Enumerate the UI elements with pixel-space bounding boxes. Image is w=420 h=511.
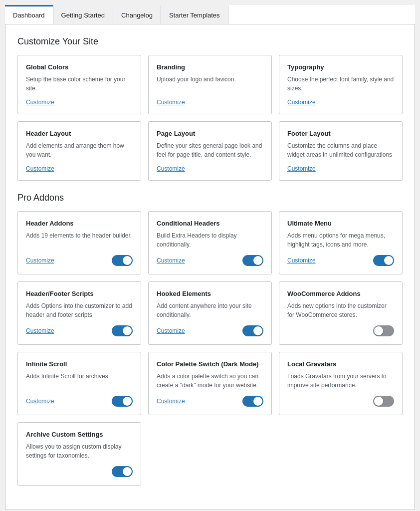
card-color-palette-switch-link[interactable]: Customize bbox=[157, 398, 185, 405]
card-header-layout-footer: Customize bbox=[26, 165, 133, 172]
card-local-gravatars: Local Gravatars Loads Gravatars from you… bbox=[279, 352, 403, 415]
tab-starter-templates[interactable]: Starter Templates bbox=[161, 5, 228, 24]
card-local-gravatars-toggle[interactable] bbox=[373, 396, 394, 407]
card-global-colors-link[interactable]: Customize bbox=[26, 99, 54, 106]
card-color-palette-switch-toggle[interactable] bbox=[242, 396, 263, 407]
card-infinite-scroll: Infinite Scroll Adds Infinite Scroll for… bbox=[17, 352, 141, 415]
card-footer-layout-desc: Customize the columns and place widget a… bbox=[287, 141, 394, 159]
card-branding-link[interactable]: Customize bbox=[157, 99, 185, 106]
card-ultimate-menu: Ultimate Menu Adds menu options for mega… bbox=[279, 211, 403, 274]
card-header-footer-scripts-link[interactable]: Customize bbox=[26, 327, 54, 334]
card-infinite-scroll-toggle[interactable] bbox=[112, 396, 133, 407]
card-ultimate-menu-title: Ultimate Menu bbox=[287, 220, 394, 227]
card-hooked-elements: Hooked Elements Add content anywhere int… bbox=[148, 281, 272, 345]
card-woocommerce-addons-toggle[interactable] bbox=[373, 325, 394, 336]
customize-cards-grid: Global Colors Setup the base color schem… bbox=[17, 55, 403, 181]
card-woocommerce-addons: WooCommerce Addons Adds new options into… bbox=[279, 281, 403, 345]
card-branding: Branding Upload your logo and favicon. C… bbox=[148, 55, 272, 114]
card-header-footer-scripts-desc: Adds Options into the customizer to add … bbox=[26, 301, 133, 319]
card-typography-footer: Customize bbox=[287, 99, 394, 106]
card-typography-link[interactable]: Customize bbox=[287, 99, 316, 106]
tabs-bar: Dashboard Getting Started Changelog Star… bbox=[5, 5, 415, 24]
tab-changelog[interactable]: Changelog bbox=[113, 5, 161, 24]
card-conditional-headers-desc: Build Extra Headers to display condition… bbox=[157, 231, 263, 249]
card-header-footer-scripts-toggle[interactable] bbox=[112, 325, 133, 336]
tab-dashboard[interactable]: Dashboard bbox=[5, 5, 53, 24]
card-hooked-elements-title: Hooked Elements bbox=[157, 290, 263, 297]
card-conditional-headers: Conditional Headers Build Extra Headers … bbox=[148, 211, 272, 274]
card-ultimate-menu-desc: Adds menu options for mega menus, highli… bbox=[287, 231, 394, 249]
card-infinite-scroll-title: Infinite Scroll bbox=[26, 360, 133, 368]
card-archive-custom-settings: Archive Custom Settings Allows you to as… bbox=[17, 422, 141, 486]
card-color-palette-switch: Color Palette Switch (Dark Mode) Adds a … bbox=[148, 352, 272, 415]
card-branding-footer: Customize bbox=[157, 99, 263, 106]
card-page-layout-title: Page Layout bbox=[157, 130, 263, 137]
card-woocommerce-addons-title: WooCommerce Addons bbox=[287, 290, 394, 297]
card-ultimate-menu-footer: Customize bbox=[287, 255, 394, 266]
card-footer-layout-title: Footer Layout bbox=[287, 130, 394, 137]
card-typography-title: Typography bbox=[287, 63, 394, 71]
card-global-colors-desc: Setup the base color scheme for your sit… bbox=[26, 75, 133, 93]
card-header-addons-title: Header Addons bbox=[26, 220, 133, 227]
card-header-layout: Header Layout Add elements and arrange t… bbox=[17, 121, 141, 181]
card-infinite-scroll-footer: Customize bbox=[26, 396, 133, 407]
card-color-palette-switch-footer: Customize bbox=[157, 396, 263, 407]
card-color-palette-switch-desc: Adds a color palette switch so you can c… bbox=[157, 372, 263, 390]
page-wrapper: Dashboard Getting Started Changelog Star… bbox=[0, 0, 420, 511]
card-ultimate-menu-toggle[interactable] bbox=[373, 255, 394, 266]
card-header-layout-title: Header Layout bbox=[26, 130, 133, 137]
card-woocommerce-addons-footer bbox=[287, 325, 394, 336]
card-archive-custom-settings-footer bbox=[26, 466, 133, 477]
card-woocommerce-addons-desc: Adds new options into the customizer for… bbox=[287, 301, 394, 319]
card-header-footer-scripts: Header/Footer Scripts Adds Options into … bbox=[17, 281, 141, 345]
card-hooked-elements-link[interactable]: Customize bbox=[157, 327, 185, 334]
card-conditional-headers-toggle[interactable] bbox=[242, 255, 263, 266]
card-header-addons: Header Addons Adds 19 elements to the he… bbox=[17, 211, 141, 274]
card-conditional-headers-footer: Customize bbox=[157, 255, 263, 266]
card-header-layout-link[interactable]: Customize bbox=[26, 165, 54, 172]
card-page-layout-link[interactable]: Customize bbox=[157, 165, 185, 172]
card-global-colors-title: Global Colors bbox=[26, 63, 133, 71]
card-typography: Typography Choose the perfect font famil… bbox=[279, 55, 403, 114]
card-color-palette-switch-title: Color Palette Switch (Dark Mode) bbox=[157, 360, 263, 368]
card-archive-custom-settings-title: Archive Custom Settings bbox=[26, 431, 133, 438]
card-page-layout-footer: Customize bbox=[157, 165, 263, 172]
card-header-addons-link[interactable]: Customize bbox=[26, 257, 54, 264]
card-local-gravatars-footer bbox=[287, 396, 394, 407]
card-header-layout-desc: Add elements and arrange them how you wa… bbox=[26, 141, 133, 159]
card-header-addons-toggle[interactable] bbox=[112, 255, 133, 266]
card-conditional-headers-link[interactable]: Customize bbox=[157, 257, 185, 264]
customize-section-title: Customize Your Site bbox=[17, 36, 403, 47]
main-content: Customize Your Site Global Colors Setup … bbox=[5, 24, 415, 510]
card-page-layout-desc: Define your sites general page look and … bbox=[157, 141, 263, 159]
card-archive-custom-settings-toggle[interactable] bbox=[112, 466, 133, 477]
card-infinite-scroll-desc: Adds Infinite Scroll for archives. bbox=[26, 372, 133, 390]
card-page-layout: Page Layout Define your sites general pa… bbox=[148, 121, 272, 181]
tab-getting-started[interactable]: Getting Started bbox=[53, 5, 113, 24]
card-header-addons-footer: Customize bbox=[26, 255, 133, 266]
card-archive-custom-settings-desc: Allows you to assign custom display sett… bbox=[26, 442, 133, 460]
card-header-footer-scripts-footer: Customize bbox=[26, 325, 133, 336]
card-typography-desc: Choose the perfect font family, style an… bbox=[287, 75, 394, 93]
card-header-addons-desc: Adds 19 elements to the header builder. bbox=[26, 231, 133, 249]
card-branding-title: Branding bbox=[157, 63, 263, 71]
card-hooked-elements-desc: Add content anywhere into your site cond… bbox=[157, 301, 263, 319]
card-hooked-elements-footer: Customize bbox=[157, 325, 263, 336]
card-local-gravatars-desc: Loads Gravatars from your servers to imp… bbox=[287, 372, 394, 390]
card-global-colors-footer: Customize bbox=[26, 99, 133, 106]
pro-cards-grid: Header Addons Adds 19 elements to the he… bbox=[17, 211, 403, 486]
card-local-gravatars-title: Local Gravatars bbox=[287, 360, 394, 368]
card-infinite-scroll-link[interactable]: Customize bbox=[26, 398, 54, 405]
card-ultimate-menu-link[interactable]: Customize bbox=[287, 257, 316, 264]
pro-section: Pro Addons Header Addons Adds 19 element… bbox=[17, 193, 403, 486]
card-global-colors: Global Colors Setup the base color schem… bbox=[17, 55, 141, 114]
card-conditional-headers-title: Conditional Headers bbox=[157, 220, 263, 227]
card-header-footer-scripts-title: Header/Footer Scripts bbox=[26, 290, 133, 297]
card-branding-desc: Upload your logo and favicon. bbox=[157, 75, 263, 93]
card-footer-layout-footer: Customize bbox=[287, 165, 394, 172]
card-hooked-elements-toggle[interactable] bbox=[242, 325, 263, 336]
card-footer-layout: Footer Layout Customize the columns and … bbox=[279, 121, 403, 181]
pro-section-title: Pro Addons bbox=[17, 193, 403, 203]
card-footer-layout-link[interactable]: Customize bbox=[287, 165, 316, 172]
